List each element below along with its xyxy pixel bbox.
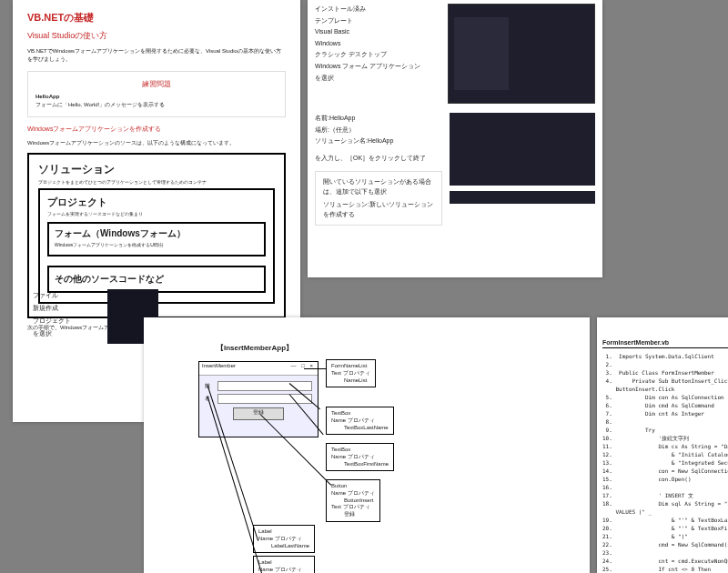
doc-page-2: インストール済み テンプレート Visual Basic Windows クラシ… (308, 0, 602, 277)
doc-page-4: FormInsertMember.vb 1. Imports System.Da… (597, 317, 728, 573)
diagram-form-box: フォーム（Windowsフォーム） Windowsフォームアプリケーションを構成… (47, 222, 266, 256)
practice-box: 練習問題 HelloApp フォームに「Hello, World!」のメッセージ… (27, 71, 286, 117)
step: を選択 (315, 73, 440, 85)
page-subtitle: Visual Studioの使い方 (27, 30, 286, 42)
input-firstname (217, 394, 312, 404)
code-block: 1. Imports System.Data.SqlClient 2. 3. P… (597, 352, 728, 573)
diagram-project-title: プロジェクト (47, 196, 266, 209)
callout-label-first: Label Name プロパティ LabelFirstName (253, 556, 315, 573)
lead-text: VB.NETでWindowsフォームアプリケーションを開発するために必要な、Vi… (27, 47, 286, 64)
dialog-thumbnail-3 (450, 191, 595, 204)
menu-steps: ファイル 新規作成 プロジェクト を選択 (33, 289, 71, 340)
step: テンプレート (315, 15, 440, 27)
diagram-form-desc: Windowsフォームアプリケーションを構成するUI部分 (55, 242, 258, 247)
practice-app: HelloApp (35, 93, 278, 101)
callout-textbox-last: TextBox Name プロパティ TextBoxLastName (326, 407, 394, 435)
page-title: VB.NETの基礎 (27, 11, 286, 25)
note-box: 開いているソリューションがある場合は、追加で以下も選択 ソリューション:新しいソ… (315, 171, 442, 226)
callout-label-last: Label Name プロパティ LabelLastName (253, 525, 315, 553)
solname-label: ソリューション名:HelloApp (315, 136, 442, 147)
code-filename: FormInsertMember.vb (602, 339, 728, 348)
app-name: 【InsertMemberApp】 (217, 343, 571, 353)
doc-page-3: 【InsertMemberApp】 InsertMember — □ × 姓 名… (144, 317, 590, 573)
section-create-heading: Windowsフォームアプリケーションを作成する (27, 125, 286, 134)
note-line: ソリューション:新しいソリューションを作成する (323, 200, 434, 219)
step: インストール済み (315, 4, 440, 15)
menu-step: 新規作成 (33, 302, 71, 315)
diagram-solution-title: ソリューション (38, 162, 275, 177)
dialog-thumbnail-2 (450, 113, 595, 186)
step: クラシック デスクトップ (315, 49, 440, 61)
menu-step: を選択 (33, 327, 71, 340)
menu-step: ファイル (33, 289, 71, 302)
diagram-project-desc: フォームを実現するソースコードなどの集まり (47, 211, 266, 216)
step: Visual Basic (315, 26, 440, 38)
step: Windows フォーム アプリケーション (315, 61, 440, 73)
practice-task: フォームに「Hello, World!」のメッセージを表示する (35, 101, 278, 109)
diagram-solution-desc: プロジェクトをまとめてひとつのアプリケーションとして管理するためのコンテナ (38, 179, 275, 185)
section-create-desc: Windowsフォームアプリケーションのソースは、以下のような構成になっています… (27, 139, 286, 147)
template-steps: インストール済み テンプレート Visual Basic Windows クラシ… (315, 4, 440, 109)
callout-textbox-first: TextBox Name プロパティ TextBoxFirstName (326, 443, 394, 471)
callout-button: Button Name プロパティ ButtonInsert Text プロパテ… (326, 479, 380, 522)
form-titlebar: InsertMember — □ × (199, 362, 318, 376)
practice-heading: 練習問題 (35, 79, 278, 89)
submit-text: を入力し、［OK］をクリックして終了 (315, 153, 442, 165)
name-label: 名前:HelloApp (315, 113, 442, 125)
diagram-project-box: プロジェクト フォームを実現するソースコードなどの集まり フォーム（Window… (38, 188, 275, 304)
menu-step: プロジェクト (33, 315, 71, 327)
connector-line (304, 368, 326, 369)
dialog-thumbnail-1 (448, 4, 595, 104)
step: Windows (315, 38, 440, 50)
callout-form: FormNameList Text プロパティ NameList (326, 359, 376, 387)
diagram-other-title: その他のソースコードなど (55, 273, 258, 286)
form-title: InsertMember (202, 363, 236, 374)
note-line: 開いているソリューションがある場合は、追加で以下も選択 (323, 177, 434, 196)
location-label: 場所:（任意） (315, 125, 442, 136)
diagram-form-title: フォーム（Windowsフォーム） (55, 227, 258, 240)
button-insert: 登録 (233, 407, 284, 420)
